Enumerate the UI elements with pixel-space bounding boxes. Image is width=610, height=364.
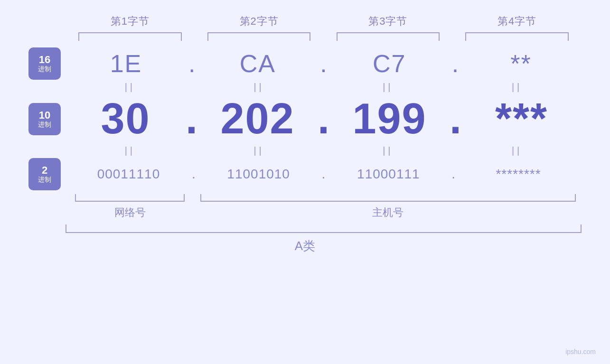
- segment-brackets-row: 网络号 主机号: [28, 194, 582, 220]
- byte-label-4: 第4字节: [497, 14, 536, 28]
- eq-1-col2: ||: [195, 80, 324, 94]
- decimal-badge: 10 进制: [28, 103, 61, 135]
- decimal-values-row: 30 . 202 . 199 . ***: [66, 94, 582, 143]
- decimal-dot-1: .: [186, 94, 197, 143]
- hex-dot-1: .: [187, 49, 197, 78]
- binary-badge-num: 2: [42, 165, 47, 176]
- network-bracket-col: 网络号: [66, 194, 195, 220]
- binary-badge-label: 进制: [38, 176, 51, 183]
- host-bracket-col: 主机号: [195, 194, 582, 220]
- binary-values-row: 00011110 . 11001010 . 11000111 . *******…: [66, 167, 582, 182]
- hex-row: 16 进制 1E . CA . C7 . **: [28, 47, 582, 80]
- binary-dot-1: .: [192, 167, 196, 182]
- byte-labels-row: 第1字节 第2字节 第3字节 第4字节: [28, 14, 582, 41]
- hex-values-row: 1E . CA . C7 . **: [66, 49, 582, 78]
- bracket-top-3: [337, 32, 440, 41]
- decimal-dot-3: .: [450, 94, 461, 143]
- main-container: 第1字节 第2字节 第3字节 第4字节 16 进制 1E . CA . C7 .: [0, 0, 610, 364]
- bracket-top-2: [207, 32, 310, 41]
- binary-value-3: 11000111: [325, 167, 451, 182]
- class-bracket-line: [66, 224, 582, 233]
- binary-dot-2: .: [322, 167, 326, 182]
- watermark: ipshu.com: [565, 348, 596, 355]
- network-label: 网络号: [114, 205, 146, 220]
- binary-badge: 2 进制: [28, 158, 61, 190]
- host-label: 主机号: [372, 205, 404, 220]
- byte-label-1: 第1字节: [111, 14, 150, 28]
- equals-row-2: || || || ||: [28, 143, 582, 158]
- bracket-top-4: [465, 32, 568, 41]
- binary-value-1: 00011110: [66, 167, 192, 182]
- eq-1-col4: ||: [452, 80, 582, 94]
- equals-row-1: || || || ||: [28, 80, 582, 94]
- binary-row: 2 进制 00011110 . 11001010 . 11000111 . **…: [28, 158, 582, 190]
- bracket-top-1: [78, 32, 181, 41]
- hex-dot-2: .: [318, 49, 328, 78]
- byte-col-3: 第3字节: [324, 14, 453, 41]
- eq-1-col1: ||: [66, 80, 195, 94]
- decimal-row: 10 进制 30 . 202 . 199 . ***: [28, 94, 582, 143]
- binary-value-4: ********: [455, 167, 582, 182]
- hex-dot-3: .: [450, 49, 460, 78]
- eq-2-col1: ||: [66, 143, 195, 158]
- hex-value-3: C7: [329, 49, 450, 78]
- host-bracket-line: [200, 194, 576, 202]
- decimal-badge-num: 10: [39, 110, 50, 121]
- class-label: A类: [295, 238, 315, 254]
- byte-label-3: 第3字节: [368, 14, 407, 28]
- eq-2-col4: ||: [452, 143, 582, 158]
- hex-value-4: **: [460, 49, 582, 78]
- hex-value-1: 1E: [66, 49, 187, 78]
- binary-dot-3: .: [451, 167, 455, 182]
- decimal-badge-label: 进制: [38, 121, 51, 128]
- eq-2-col2: ||: [195, 143, 324, 158]
- hex-value-2: CA: [197, 49, 318, 78]
- byte-col-2: 第2字节: [195, 14, 324, 41]
- decimal-dot-2: .: [318, 94, 329, 143]
- byte-label-2: 第2字节: [240, 14, 279, 28]
- byte-col-1: 第1字节: [66, 14, 195, 41]
- eq-1-col3: ||: [324, 80, 453, 94]
- decimal-value-2: 202: [197, 94, 318, 143]
- decimal-value-1: 30: [66, 94, 186, 143]
- class-row: A类: [28, 224, 582, 254]
- hex-badge: 16 进制: [28, 47, 61, 80]
- decimal-value-4: ***: [461, 94, 582, 143]
- byte-col-4: 第4字节: [452, 14, 582, 41]
- eq-2-col3: ||: [324, 143, 453, 158]
- binary-value-2: 11001010: [196, 167, 322, 182]
- decimal-value-3: 199: [329, 94, 450, 143]
- hex-badge-label: 进制: [38, 65, 51, 73]
- network-bracket-line: [75, 194, 185, 202]
- hex-badge-num: 16: [39, 54, 50, 65]
